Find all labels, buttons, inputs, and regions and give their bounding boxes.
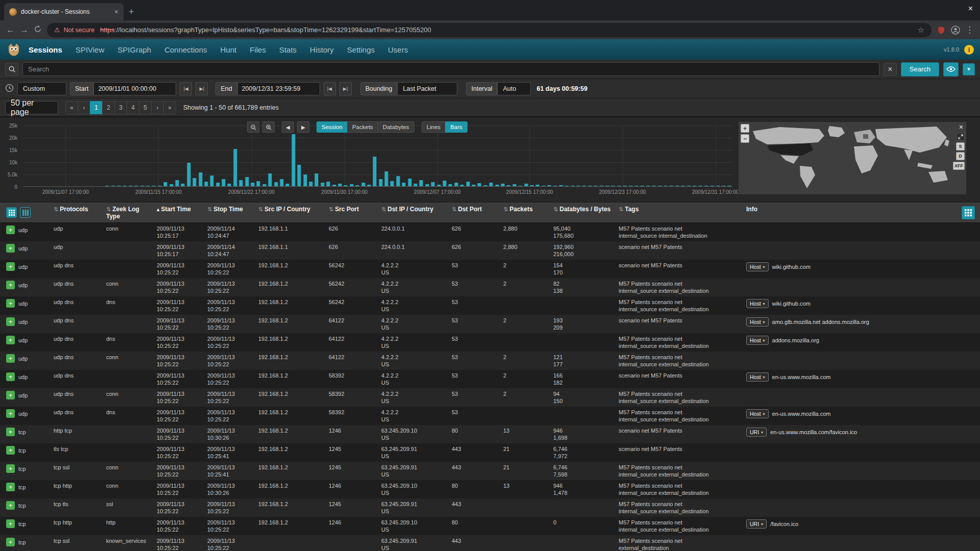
graph-toggle-session[interactable]: Session [316, 121, 348, 133]
column-header-start-time[interactable]: ▴Start Time [154, 203, 204, 215]
expand-session-button[interactable]: + [6, 501, 15, 510]
pagination-page-2[interactable]: 2 [102, 101, 115, 114]
nav-item-users[interactable]: Users [388, 45, 408, 54]
expand-session-button[interactable]: + [6, 519, 15, 528]
column-header-stop-time[interactable]: ⇅Stop Time [204, 203, 255, 215]
session-row[interactable]: + udp udp dns 2009/11/13 10:25:22 2009/1… [0, 370, 980, 388]
browser-tab[interactable]: docker-cluster - Sessions × [4, 3, 124, 20]
column-header-src-port[interactable]: ⇅Src Port [326, 203, 378, 215]
end-time-input[interactable] [237, 82, 320, 95]
start-step-forward-button[interactable]: ▶| [195, 82, 208, 95]
session-row[interactable]: + tcp tcp http http 2009/11/13 10:25:22 … [0, 517, 980, 535]
session-row[interactable]: + tcp tcp tls ssl 2009/11/13 10:25:22 20… [0, 498, 980, 517]
pagination-prev[interactable]: ‹ [78, 101, 90, 114]
pagination-page-4[interactable]: 4 [127, 101, 139, 114]
forward-icon[interactable]: → [20, 26, 29, 34]
info-value[interactable]: amo.glb.mozilla.net addons.mozilla.org [772, 317, 869, 325]
info-value[interactable]: wiki.github.com [772, 299, 811, 307]
new-tab-button[interactable]: + [129, 7, 134, 17]
nav-item-hunt[interactable]: Hunt [220, 45, 237, 54]
toggle-fields-button[interactable] [6, 207, 17, 218]
expand-session-button[interactable]: + [6, 336, 15, 344]
pagination-page-3[interactable]: 3 [114, 101, 127, 114]
nav-item-sessions[interactable]: Sessions [29, 45, 62, 54]
session-row[interactable]: + tcp tls tcp 2009/11/13 10:25:22 2009/1… [0, 443, 980, 462]
pagination-first[interactable]: « [65, 101, 78, 114]
table-view-grid-button[interactable] [962, 206, 975, 219]
session-histogram[interactable] [23, 126, 732, 187]
expand-session-button[interactable]: + [6, 464, 15, 473]
session-row[interactable]: + tcp tcp http conn 2009/11/13 10:25:22 … [0, 480, 980, 498]
bounding-select[interactable]: Last Packet [397, 82, 457, 95]
search-input[interactable] [22, 62, 879, 76]
expand-session-button[interactable]: + [6, 538, 15, 546]
session-row[interactable]: + udp udp conn 2009/11/13 10:25:17 2009/… [0, 223, 980, 241]
column-header-dst-ip-country[interactable]: ⇅Dst IP / Country [378, 203, 449, 215]
security-label[interactable]: Not secure [64, 27, 94, 34]
info-field-button[interactable]: Host▾ [746, 262, 769, 271]
view-eye-button[interactable] [943, 62, 959, 77]
world-map-panel[interactable]: + − × S D XFF [738, 121, 967, 195]
end-step-back-button[interactable]: |◀ [324, 82, 336, 95]
info-field-button[interactable]: Host▾ [746, 336, 769, 345]
session-row[interactable]: + tcp tcp ssl known_services 2009/11/13 … [0, 535, 980, 551]
expand-session-button[interactable]: + [6, 226, 15, 234]
pagination-page-5[interactable]: 5 [139, 101, 152, 114]
back-icon[interactable]: ← [6, 26, 15, 34]
pagination-page-1[interactable]: 1 [90, 101, 103, 114]
info-field-button[interactable]: URI▾ [746, 428, 767, 437]
info-value[interactable]: en-us.www.mozilla.com [772, 409, 831, 417]
search-button[interactable]: Search [901, 62, 939, 77]
info-value[interactable]: wiki.github.com [772, 262, 811, 270]
window-close-button[interactable]: × [968, 4, 973, 13]
expand-session-button[interactable]: + [6, 317, 15, 326]
column-header-protocols[interactable]: ⇅Protocols [51, 203, 103, 215]
session-row[interactable]: + tcp tcp ssl conn 2009/11/13 10:25:22 2… [0, 462, 980, 480]
expand-session-button[interactable]: + [6, 483, 15, 491]
nav-item-settings[interactable]: Settings [347, 45, 375, 54]
nav-item-spigraph[interactable]: SPIGraph [117, 45, 151, 54]
map-zoom-in-button[interactable]: + [741, 124, 749, 133]
expand-session-button[interactable]: + [6, 372, 15, 381]
map-xff-button[interactable]: XFF [953, 162, 965, 170]
zoom-in-icon[interactable] [262, 121, 275, 133]
expand-session-button[interactable]: + [6, 299, 15, 308]
session-row[interactable]: + udp udp 2009/11/13 10:25:17 2009/11/14… [0, 241, 980, 260]
bookmark-star-icon[interactable]: ☆ [918, 26, 924, 35]
session-row[interactable]: + udp udp dns dns 2009/11/13 10:25:22 20… [0, 296, 980, 315]
session-row[interactable]: + udp udp dns conn 2009/11/13 10:25:22 2… [0, 388, 980, 407]
column-header-tags[interactable]: ⇅Tags [616, 203, 743, 215]
column-header-databytes-bytes[interactable]: ⇅Databytes / Bytes [550, 203, 616, 215]
column-header-dst-port[interactable]: ⇅Dst Port [449, 203, 500, 215]
nav-item-history[interactable]: History [310, 45, 334, 54]
zoom-out-icon[interactable] [247, 121, 259, 133]
profile-avatar-icon[interactable] [951, 26, 960, 35]
end-step-forward-button[interactable]: ▶| [339, 82, 352, 95]
session-row[interactable]: + udp udp dns conn 2009/11/13 10:25:22 2… [0, 352, 980, 370]
session-row[interactable]: + udp udp dns 2009/11/13 10:25:22 2009/1… [0, 315, 980, 333]
nav-item-stats[interactable]: Stats [279, 45, 297, 54]
view-dropdown-button[interactable]: ▾ [963, 63, 975, 76]
expand-session-button[interactable]: + [6, 354, 15, 363]
expand-session-button[interactable]: + [6, 428, 15, 436]
column-config-button[interactable] [20, 207, 31, 218]
nav-item-files[interactable]: Files [250, 45, 266, 54]
map-dst-button[interactable]: D [956, 152, 965, 160]
expand-session-button[interactable]: + [6, 446, 15, 455]
address-bar[interactable]: ⚠ Not secure https://localhost/sessions?… [47, 23, 932, 37]
session-row[interactable]: + tcp http tcp 2009/11/13 10:25:22 2009/… [0, 425, 980, 443]
column-header-packets[interactable]: ⇅Packets [500, 203, 550, 215]
tab-close-icon[interactable]: × [114, 8, 118, 16]
info-field-button[interactable]: Host▾ [746, 409, 769, 418]
time-range-select[interactable]: Custom [17, 82, 66, 95]
session-row[interactable]: + udp udp dns dns 2009/11/13 10:25:22 20… [0, 407, 980, 425]
url-text[interactable]: https://localhost/sessions?graphType=lpH… [100, 26, 914, 34]
reload-icon[interactable] [34, 25, 42, 35]
per-page-select[interactable]: 50 per page [5, 101, 58, 114]
graph-toggle-bars[interactable]: Bars [445, 121, 468, 133]
pagination-next[interactable]: › [151, 101, 164, 114]
column-header-zeek-log-type[interactable]: ⇅Zeek Log Type [103, 203, 154, 223]
info-field-button[interactable]: URI▾ [746, 519, 767, 529]
nav-item-connections[interactable]: Connections [164, 45, 207, 54]
session-row[interactable]: + udp udp dns conn 2009/11/13 10:25:22 2… [0, 278, 980, 296]
